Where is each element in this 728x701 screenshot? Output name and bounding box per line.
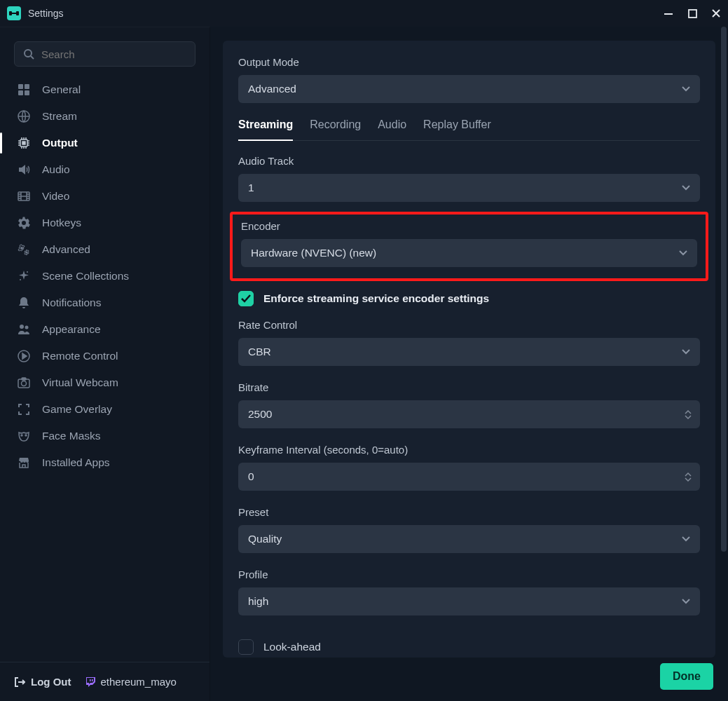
camera-icon <box>17 376 31 390</box>
titlebar: Settings <box>0 0 728 27</box>
output-panel: Output Mode Advanced StreamingRecordingA… <box>223 41 715 658</box>
svg-point-23 <box>22 381 27 386</box>
sidebar-item-notifications[interactable]: Notifications <box>0 290 210 316</box>
sparkle-icon <box>17 269 31 283</box>
close-button[interactable] <box>711 8 721 18</box>
sidebar-item-game-overlay[interactable]: Game Overlay <box>0 396 210 423</box>
rate-control-select[interactable]: CBR <box>238 338 700 366</box>
minimize-button[interactable] <box>664 8 673 18</box>
search-input[interactable] <box>14 41 195 67</box>
maximize-button[interactable] <box>687 8 697 18</box>
sidebar-item-advanced[interactable]: Advanced <box>0 236 210 263</box>
logout-button[interactable]: Log Out <box>14 676 71 688</box>
preset-select[interactable]: Quality <box>238 525 700 553</box>
sidebar-item-stream[interactable]: Stream <box>0 103 210 130</box>
logout-icon <box>14 676 25 688</box>
scrollbar-thumb[interactable] <box>721 27 727 552</box>
svg-rect-10 <box>25 90 29 95</box>
sidebar-item-audio[interactable]: Audio <box>0 156 210 183</box>
play-circle-icon <box>17 349 31 363</box>
chevron-down-icon <box>682 536 690 542</box>
sidebar-item-video[interactable]: Video <box>0 183 210 210</box>
output-mode-label: Output Mode <box>238 56 700 68</box>
logout-label: Log Out <box>31 676 71 688</box>
sidebar-item-general[interactable]: General <box>0 76 210 103</box>
sidebar-item-label: Appearance <box>42 323 101 336</box>
lookahead-checkbox[interactable] <box>238 639 254 655</box>
lookahead-label: Look-ahead <box>263 641 321 653</box>
sidebar-item-virtual-webcam[interactable]: Virtual Webcam <box>0 369 210 396</box>
profile-select[interactable]: high <box>238 587 700 615</box>
lookahead-checkbox-row[interactable]: Look-ahead <box>238 639 700 655</box>
audio-track-value: 1 <box>248 182 254 194</box>
chevron-down-icon <box>682 599 690 604</box>
svg-point-16 <box>26 252 28 254</box>
tab-audio[interactable]: Audio <box>378 118 406 140</box>
profile-value: high <box>248 595 268 608</box>
enforce-checkbox[interactable] <box>238 291 254 306</box>
output-mode-select[interactable]: Advanced <box>238 75 700 103</box>
sidebar-item-label: Game Overlay <box>42 403 112 416</box>
chevron-down-icon <box>682 86 690 92</box>
tab-streaming[interactable]: Streaming <box>238 118 293 141</box>
svg-rect-8 <box>25 84 29 89</box>
sidebar-item-label: Virtual Webcam <box>42 376 118 389</box>
preset-label: Preset <box>238 506 700 518</box>
sidebar-item-label: Scene Collections <box>42 270 129 283</box>
chevron-down-icon <box>682 349 690 355</box>
keyframe-stepper[interactable] <box>682 463 694 491</box>
svg-point-20 <box>25 326 29 329</box>
chip-icon <box>17 136 31 150</box>
svg-rect-13 <box>22 142 25 144</box>
encoder-select[interactable]: Hardware (NVENC) (new) <box>241 239 697 267</box>
user-account[interactable]: ethereum_mayo <box>85 676 176 688</box>
rate-control-label: Rate Control <box>238 319 700 331</box>
svg-point-18 <box>20 279 21 280</box>
chevron-down-icon <box>682 185 690 191</box>
sidebar-item-face-masks[interactable]: Face Masks <box>0 423 210 449</box>
store-icon <box>17 456 31 470</box>
tab-replay-buffer[interactable]: Replay Buffer <box>423 118 491 140</box>
sidebar-item-output[interactable]: Output <box>0 130 210 156</box>
bitrate-input[interactable]: 2500 <box>238 400 700 428</box>
bitrate-stepper[interactable] <box>682 400 694 428</box>
keyframe-input[interactable]: 0 <box>238 463 700 491</box>
svg-rect-9 <box>18 90 23 95</box>
chevron-down-icon <box>679 250 687 256</box>
svg-point-26 <box>25 435 27 436</box>
sidebar: GeneralStreamOutputAudioVideoHotkeysAdva… <box>0 27 210 701</box>
sidebar-item-label: Face Masks <box>42 430 101 442</box>
rate-control-value: CBR <box>248 346 271 358</box>
tab-recording[interactable]: Recording <box>310 118 361 140</box>
sidebar-nav: GeneralStreamOutputAudioVideoHotkeysAdva… <box>0 76 210 476</box>
sidebar-item-label: Stream <box>42 110 77 123</box>
film-icon <box>17 189 31 203</box>
done-button[interactable]: Done <box>660 663 713 690</box>
scrollbar[interactable] <box>721 27 727 700</box>
sidebar-item-remote-control[interactable]: Remote Control <box>0 343 210 369</box>
sidebar-item-label: Video <box>42 190 69 203</box>
svg-point-19 <box>20 325 24 329</box>
svg-rect-27 <box>90 679 91 681</box>
output-tabs: StreamingRecordingAudioReplay Buffer <box>238 118 700 141</box>
encoder-label: Encoder <box>241 220 697 232</box>
svg-rect-28 <box>92 679 93 681</box>
svg-point-17 <box>27 271 28 273</box>
audio-track-select[interactable]: 1 <box>238 174 700 202</box>
sidebar-item-hotkeys[interactable]: Hotkeys <box>0 210 210 236</box>
sidebar-item-appearance[interactable]: Appearance <box>0 316 210 343</box>
search-field[interactable] <box>41 48 186 60</box>
sidebar-item-installed-apps[interactable]: Installed Apps <box>0 449 210 476</box>
sidebar-item-scene-collections[interactable]: Scene Collections <box>0 263 210 290</box>
globe-icon <box>17 109 31 123</box>
svg-rect-2 <box>11 13 17 14</box>
encoder-value: Hardware (NVENC) (new) <box>251 247 376 259</box>
gears-icon <box>17 243 31 257</box>
svg-rect-7 <box>18 84 23 89</box>
mask-icon <box>17 429 31 443</box>
sidebar-item-label: Advanced <box>42 243 90 256</box>
bell-icon <box>17 296 31 310</box>
enforce-checkbox-row[interactable]: Enforce streaming service encoder settin… <box>238 291 700 306</box>
audio-track-label: Audio Track <box>238 155 700 167</box>
twitch-icon <box>85 676 96 688</box>
